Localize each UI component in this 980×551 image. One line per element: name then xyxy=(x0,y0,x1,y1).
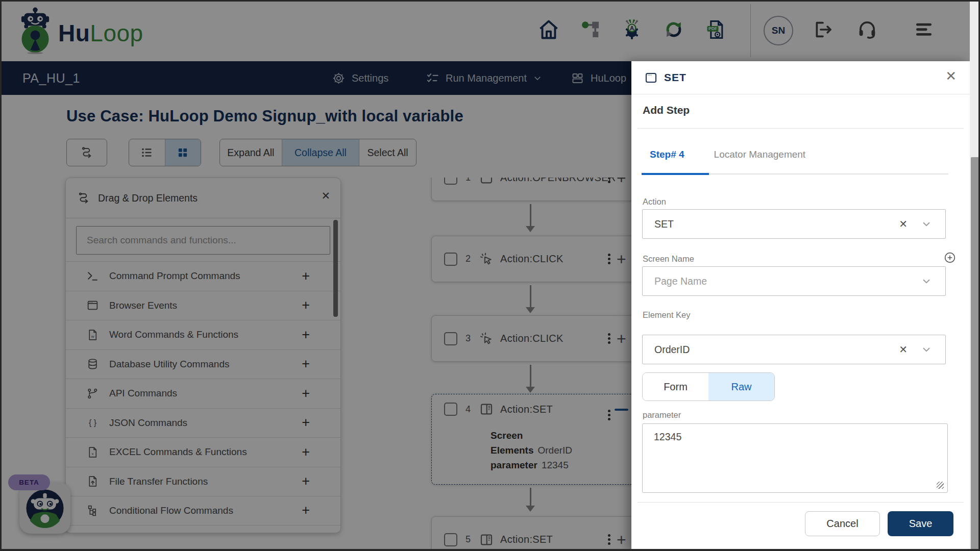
close-icon[interactable]: ✕ xyxy=(945,69,957,83)
set-step-drawer: SET ✕ Add Step Step# 4 Locator Managemen… xyxy=(631,61,970,551)
parameter-label: parameter xyxy=(643,410,681,420)
drawer-subtitle: Add Step xyxy=(643,104,690,116)
chevron-down-icon[interactable] xyxy=(921,218,932,230)
save-button[interactable]: Save xyxy=(888,511,953,536)
chevron-down-icon[interactable] xyxy=(921,344,932,355)
resize-handle[interactable] xyxy=(937,482,944,489)
modal-backdrop xyxy=(0,0,980,61)
clear-icon[interactable]: ✕ xyxy=(899,219,908,229)
drawer-tabs: Step# 4 Locator Management xyxy=(631,139,970,170)
parameter-textarea[interactable]: 12345 xyxy=(642,423,948,493)
divider xyxy=(638,502,964,503)
tab-step-4[interactable]: Step# 4 xyxy=(650,149,684,160)
form-raw-toggle: Form Raw xyxy=(642,372,775,401)
divider xyxy=(638,128,964,129)
modal-backdrop xyxy=(0,61,631,551)
page-scrollbar[interactable] xyxy=(970,0,980,551)
form-toggle-button[interactable]: Form xyxy=(643,373,708,400)
drawer-header: SET ✕ xyxy=(631,61,970,94)
chevron-down-icon[interactable] xyxy=(921,276,932,287)
element-key-label: Element Key xyxy=(643,310,691,320)
raw-toggle-button[interactable]: Raw xyxy=(708,373,774,400)
screen-name-field[interactable]: Page Name xyxy=(642,266,946,296)
screen-name-label: Screen Name xyxy=(643,254,694,264)
add-screen-icon[interactable] xyxy=(943,251,957,264)
action-field: ✕ xyxy=(642,209,946,239)
cancel-button[interactable]: Cancel xyxy=(805,511,880,536)
scrollbar-thumb[interactable] xyxy=(971,157,979,550)
screen-name-placeholder: Page Name xyxy=(654,267,707,295)
active-tab-indicator xyxy=(642,173,709,175)
action-label: Action xyxy=(643,197,666,207)
tab-locator-management[interactable]: Locator Management xyxy=(714,149,806,160)
clear-icon[interactable]: ✕ xyxy=(899,344,908,355)
browser-window-icon xyxy=(644,71,658,85)
drawer-title: SET xyxy=(664,61,687,94)
element-key-field: ✕ xyxy=(642,335,946,364)
